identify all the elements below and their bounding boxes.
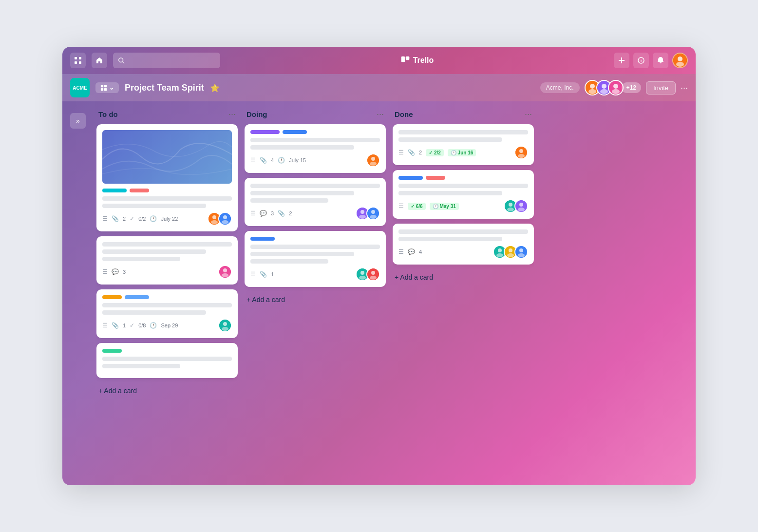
svg-point-20 xyxy=(590,84,595,89)
card-avatar-dn3-3 xyxy=(514,245,528,259)
card-avatars-d2 xyxy=(356,207,380,220)
clock-icon: 🕐 xyxy=(150,215,157,222)
add-card-button-todo[interactable]: + Add a card xyxy=(96,383,238,399)
card-avatars-d3 xyxy=(356,267,380,281)
user-avatar[interactable] xyxy=(672,53,688,68)
label-blue-dn2 xyxy=(398,176,423,180)
column-done-title: Done xyxy=(395,110,413,118)
svg-point-72 xyxy=(518,253,525,257)
member-count-badge[interactable]: +12 xyxy=(622,82,641,93)
card-todo-3[interactable]: ☰ 📎 1 ✓ 0/8 🕐 Sep 29 xyxy=(96,289,238,338)
card-todo-1-meta: ☰ 📎 2 ✓ 0/2 🕐 July 22 xyxy=(102,212,232,226)
list-icon-dn3: ☰ xyxy=(398,248,404,255)
checklist-count: 0/2 xyxy=(138,216,146,222)
sidebar: » xyxy=(70,109,90,477)
comment-icon-dn3: 💬 xyxy=(408,248,415,255)
invite-button[interactable]: Invite xyxy=(646,81,676,95)
checklist-icon-3: ✓ xyxy=(130,322,134,329)
date-badge-dn1: 🕐 Jun 16 xyxy=(448,149,476,156)
svg-point-21 xyxy=(588,89,596,94)
board-body: » To do ··· xyxy=(62,101,696,485)
card-avatar-d2-2 xyxy=(366,207,380,220)
card-todo-4[interactable] xyxy=(96,343,238,378)
card-avatars-dn1 xyxy=(514,146,528,159)
svg-rect-0 xyxy=(75,57,77,59)
info-icon-button[interactable]: i xyxy=(633,53,649,68)
clock-icon-d1: 🕐 xyxy=(278,157,285,164)
svg-rect-2 xyxy=(75,61,77,64)
card-todo-3-labels xyxy=(102,295,232,299)
column-todo: To do ··· xyxy=(96,109,238,477)
svg-line-5 xyxy=(123,62,125,64)
workspace-chip[interactable]: Acme, Inc. xyxy=(540,82,580,93)
comment-count-dn3: 4 xyxy=(419,249,422,255)
card-done-3-meta: ☰ 💬 4 xyxy=(398,245,528,259)
svg-point-30 xyxy=(211,220,218,224)
card-done-2[interactable]: ☰ ✓ 6/6 🕐 May 31 xyxy=(393,170,534,219)
svg-point-44 xyxy=(360,210,364,214)
add-card-button-doing[interactable]: + Add a card xyxy=(245,292,386,307)
card-done-3[interactable]: ☰ 💬 4 xyxy=(393,224,534,265)
board-more-button[interactable]: ··· xyxy=(681,83,688,93)
column-doing-menu[interactable]: ··· xyxy=(377,109,384,119)
svg-point-68 xyxy=(509,248,512,252)
attachment-icon: 📎 xyxy=(112,215,119,222)
attachment-icon-dn1: 📎 xyxy=(408,149,415,156)
add-icon-button[interactable] xyxy=(614,53,629,68)
workspace-switcher[interactable]: ⌄ xyxy=(95,82,119,93)
member-avatar-3[interactable] xyxy=(608,80,624,95)
card-avatar-teal xyxy=(218,319,232,332)
card-todo-1-text xyxy=(102,196,232,208)
column-done-menu[interactable]: ··· xyxy=(525,109,532,119)
sidebar-toggle-button[interactable]: » xyxy=(70,113,86,129)
svg-point-45 xyxy=(359,215,366,219)
svg-rect-3 xyxy=(79,61,81,64)
column-todo-body: ☰ 📎 2 ✓ 0/2 🕐 July 22 xyxy=(96,124,238,477)
attachment-count-d2: 2 xyxy=(289,210,292,216)
list-icon-d2: ☰ xyxy=(250,210,256,217)
card-cover-image xyxy=(102,130,232,184)
card-avatars-dn3 xyxy=(493,245,528,259)
card-done-1[interactable]: ☰ 📎 2 ✓ 2/2 🕐 Jun 16 xyxy=(393,124,534,165)
checklist-icon-2: ✓ xyxy=(130,215,134,222)
svg-point-14 xyxy=(676,62,684,67)
svg-point-47 xyxy=(371,210,375,214)
card-doing-3-text xyxy=(250,245,380,264)
card-doing-3-meta: ☰ 📎 1 xyxy=(250,267,380,281)
column-todo-menu[interactable]: ··· xyxy=(228,109,236,119)
card-doing-2[interactable]: ☰ 💬 3 📎 2 xyxy=(245,178,386,226)
home-icon-button[interactable] xyxy=(92,53,107,68)
card-doing-3-labels xyxy=(250,237,380,241)
attachment-icon-d3: 📎 xyxy=(260,271,267,278)
attachment-count-dn1: 2 xyxy=(419,150,422,155)
svg-point-24 xyxy=(600,89,608,94)
svg-point-39 xyxy=(222,327,228,331)
star-button[interactable]: ⭐ xyxy=(210,83,220,93)
svg-point-65 xyxy=(498,248,502,252)
card-todo-1[interactable]: ☰ 📎 2 ✓ 0/2 🕐 July 22 xyxy=(96,124,238,231)
card-todo-2[interactable]: ☰ 💬 3 xyxy=(96,236,238,285)
card-doing-3[interactable]: ☰ 📎 1 xyxy=(245,231,386,287)
list-icon-dn2: ☰ xyxy=(398,203,404,209)
card-avatar-dn1 xyxy=(514,146,528,159)
card-avatar-d3-2 xyxy=(366,267,380,281)
grid-icon-button[interactable] xyxy=(70,53,86,68)
search-bar[interactable] xyxy=(113,53,220,68)
list-icon: ☰ xyxy=(102,268,108,275)
card-doing-1[interactable]: ☰ 📎 4 🕐 July 15 xyxy=(245,124,386,173)
list-icon-d3: ☰ xyxy=(250,271,256,278)
comment-icon: 💬 xyxy=(112,268,119,275)
board-title: Project Team Spirit xyxy=(125,83,204,93)
column-done-body: ☰ 📎 2 ✓ 2/2 🕐 Jun 16 xyxy=(393,124,534,477)
svg-point-62 xyxy=(519,203,523,207)
bell-icon-button[interactable] xyxy=(653,53,668,68)
app-title-text: Trello xyxy=(413,56,434,65)
svg-point-50 xyxy=(360,271,364,275)
svg-rect-17 xyxy=(101,88,103,91)
svg-point-32 xyxy=(223,215,227,219)
app-title: Trello xyxy=(226,56,608,65)
label-blue-d3 xyxy=(250,237,275,241)
comment-icon-d2: 💬 xyxy=(260,210,267,217)
add-card-button-done[interactable]: + Add a card xyxy=(393,269,534,285)
checklist-count-3: 0/8 xyxy=(138,323,146,328)
